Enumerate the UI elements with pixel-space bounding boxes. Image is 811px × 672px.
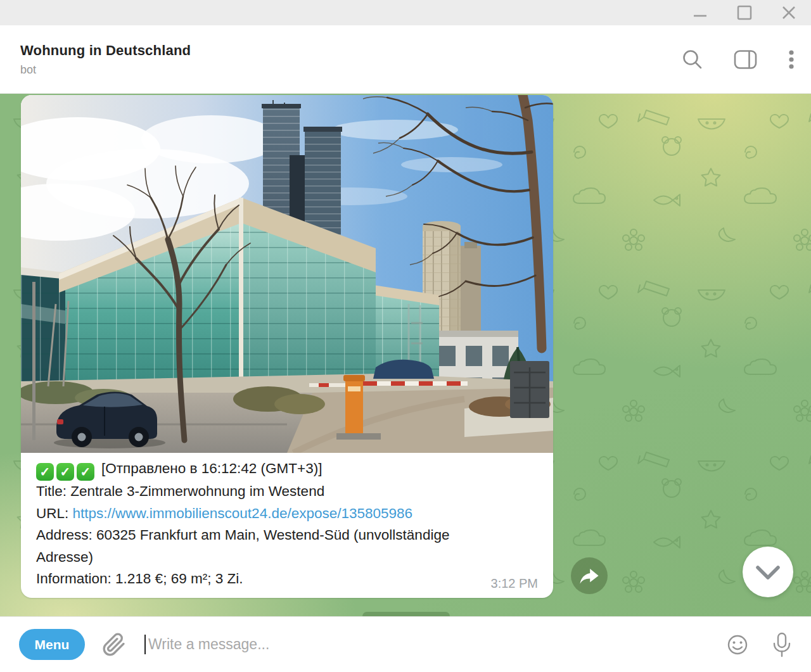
url-label: URL: <box>36 505 73 521</box>
maximize-button[interactable] <box>722 0 767 25</box>
composer-bar: Menu <box>0 616 811 672</box>
minimize-icon <box>693 6 707 20</box>
maximize-icon <box>737 5 752 20</box>
listing-url-link[interactable]: https://www.immobilienscout24.de/expose/… <box>73 505 413 521</box>
chat-area: ✓✓✓[Отправлено в 16:12:42 (GMT+3)] Title… <box>0 94 811 616</box>
telegram-window: Wohnung in Deutschland bot <box>0 0 811 672</box>
message-input[interactable] <box>148 636 726 653</box>
info-line: Information: 1.218 €; 69 m²; 3 Zi. <box>36 568 538 590</box>
close-button[interactable] <box>767 0 811 25</box>
titlebar <box>0 0 811 25</box>
kebab-menu-icon <box>788 49 795 70</box>
message-bubble: ✓✓✓[Отправлено в 16:12:42 (GMT+3)] Title… <box>21 95 553 598</box>
forward-message-button[interactable] <box>571 557 608 594</box>
minimize-button[interactable] <box>678 0 722 25</box>
chevron-down-icon <box>743 547 793 597</box>
attach-file-button[interactable] <box>102 633 126 657</box>
status-line: ✓✓✓[Отправлено в 16:12:42 (GMT+3)] <box>36 458 538 481</box>
emoji-button[interactable] <box>726 633 749 656</box>
chat-subtitle: bot <box>20 63 682 77</box>
scroll-to-bottom-button[interactable] <box>743 547 793 597</box>
green-check-icon: ✓ <box>36 463 54 481</box>
smiley-icon <box>726 633 749 656</box>
bot-menu-button[interactable]: Menu <box>19 629 85 660</box>
forward-arrow-icon <box>578 566 600 585</box>
message-input-area[interactable] <box>144 635 726 654</box>
sidebar-panel-icon <box>734 49 758 70</box>
chat-header: Wohnung in Deutschland bot <box>0 25 811 94</box>
address-line-2: Adresse) <box>36 547 538 569</box>
toggle-sidebar-button[interactable] <box>734 49 758 70</box>
listing-photo[interactable] <box>21 95 553 453</box>
chat-info[interactable]: Wohnung in Deutschland bot <box>20 42 682 77</box>
title-line: Title: Zentrale 3-Zimmerwohnung im Weste… <box>36 481 538 503</box>
bot-menu-label: Menu <box>35 637 70 652</box>
close-icon <box>782 6 796 20</box>
text-caret <box>144 635 146 654</box>
status-text: [Отправлено в 16:12:42 (GMT+3)] <box>101 460 322 476</box>
message-timestamp: 3:12 PM <box>491 576 538 591</box>
address-line-1: Address: 60325 Frankfurt am Main, Westen… <box>36 524 538 547</box>
bot-keyboard-pill <box>362 612 450 616</box>
green-check-icon: ✓ <box>77 463 94 481</box>
more-menu-button[interactable] <box>788 49 795 70</box>
search-button[interactable] <box>682 49 703 70</box>
green-check-icon: ✓ <box>56 463 74 481</box>
url-line: URL: https://www.immobilienscout24.de/ex… <box>36 503 538 525</box>
paperclip-icon <box>102 633 126 657</box>
search-icon <box>682 49 703 70</box>
microphone-icon <box>769 631 795 658</box>
message-text: ✓✓✓[Отправлено в 16:12:42 (GMT+3)] Title… <box>21 453 553 590</box>
chat-title: Wohnung in Deutschland <box>20 42 682 59</box>
voice-message-button[interactable] <box>769 631 795 658</box>
